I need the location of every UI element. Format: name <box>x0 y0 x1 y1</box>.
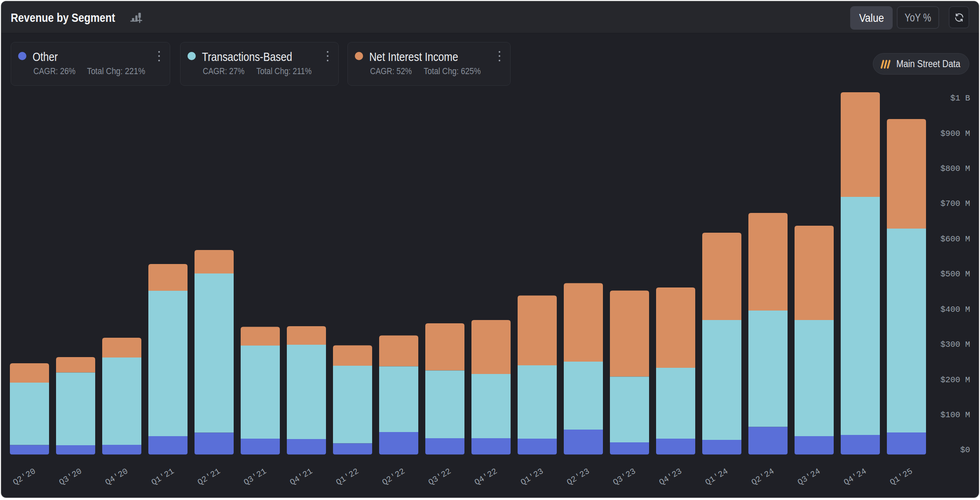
svg-text:Q4'24: Q4'24 <box>842 466 868 487</box>
svg-text:$800 M: $800 M <box>940 164 970 173</box>
svg-text:Q2'23: Q2'23 <box>565 466 591 487</box>
svg-text:Q1'21: Q1'21 <box>150 466 176 487</box>
svg-text:$100 M: $100 M <box>940 410 970 420</box>
svg-text:Q3'20: Q3'20 <box>57 466 83 487</box>
svg-text:Q3'23: Q3'23 <box>611 466 637 487</box>
svg-text:Q4'23: Q4'23 <box>657 466 683 487</box>
svg-text:Q3'22: Q3'22 <box>427 466 452 487</box>
svg-text:Q2'22: Q2'22 <box>380 466 406 487</box>
svg-text:$600 M: $600 M <box>940 234 970 244</box>
svg-text:Q3'24: Q3'24 <box>796 466 822 487</box>
svg-text:Q1'23: Q1'23 <box>519 466 545 487</box>
svg-text:$900 M: $900 M <box>940 129 970 138</box>
svg-text:Q4'21: Q4'21 <box>288 466 314 487</box>
svg-text:Q1'25: Q1'25 <box>888 466 914 487</box>
svg-text:$0: $0 <box>960 445 970 455</box>
svg-text:Q4'22: Q4'22 <box>473 466 499 487</box>
svg-text:Q2'21: Q2'21 <box>196 466 222 487</box>
svg-text:Q4'20: Q4'20 <box>103 466 129 487</box>
svg-text:$400 M: $400 M <box>940 305 970 314</box>
svg-text:$500 M: $500 M <box>940 269 970 279</box>
svg-text:Q2'24: Q2'24 <box>750 466 776 487</box>
svg-text:$1 B: $1 B <box>950 93 970 103</box>
svg-text:Q3'21: Q3'21 <box>242 466 268 487</box>
svg-text:$700 M: $700 M <box>940 199 970 208</box>
svg-text:Q1'24: Q1'24 <box>703 466 729 487</box>
svg-text:Q2'20: Q2'20 <box>11 466 37 487</box>
svg-text:$200 M: $200 M <box>940 375 970 385</box>
svg-text:Q1'22: Q1'22 <box>334 466 360 487</box>
svg-text:$300 M: $300 M <box>940 340 970 349</box>
